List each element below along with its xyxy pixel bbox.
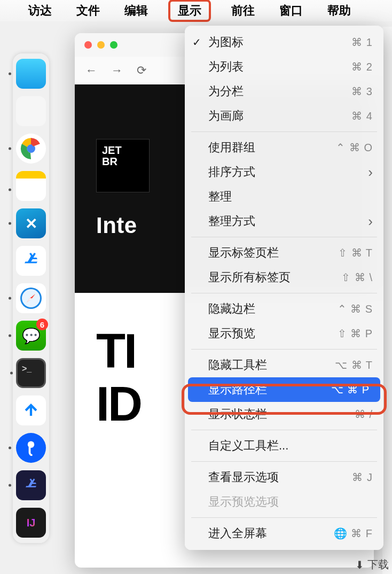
menu-item-label: 自定义工具栏...	[208, 438, 288, 454]
downloads-label[interactable]: ⬇ 下载	[355, 557, 389, 572]
menu-item[interactable]: 自定义工具栏...	[185, 433, 383, 458]
menu-item-label: 显示路径栏	[208, 382, 267, 398]
menu-item-label: 为分栏	[208, 83, 244, 99]
menu-separator	[191, 349, 377, 350]
close-icon[interactable]	[84, 41, 92, 49]
menu-item-label: 查看显示选项	[208, 469, 279, 485]
menu-item[interactable]: 显示所有标签页⇧ ⌘ \	[185, 265, 383, 290]
menu-item-label: 进入全屏幕	[208, 525, 267, 541]
menu-item-label: 为画廊	[208, 108, 244, 124]
menu-item[interactable]: 显示路径栏⌥ ⌘ P	[188, 377, 380, 402]
dock-xcode-icon[interactable]: ✕	[16, 208, 46, 238]
menu-item-label: 显示标签页栏	[208, 245, 279, 261]
menu-view[interactable]: 显示	[168, 0, 211, 22]
menu-shortcut: ⌘ 2	[351, 60, 373, 73]
dock-notes-icon[interactable]	[16, 171, 46, 201]
menu-item-label: 整理	[208, 189, 232, 205]
menu-item-label: 隐藏边栏	[208, 301, 255, 317]
menu-go[interactable]: 前往	[227, 1, 259, 21]
view-menu-dropdown: ✓为图标⌘ 1为列表⌘ 2为分栏⌘ 3为画廊⌘ 4使用群组⌃ ⌘ O排序方式整理…	[185, 26, 383, 550]
wechat-badge: 6	[36, 319, 48, 330]
menu-separator	[191, 517, 377, 518]
menu-shortcut: ⌥ ⌘ T	[335, 359, 373, 371]
dock-upload-icon[interactable]	[16, 395, 46, 425]
menu-item[interactable]: 为分栏⌘ 3	[185, 79, 383, 104]
jetbrains-logo: JET BR	[96, 139, 150, 192]
menu-shortcut: ⌘ /	[355, 408, 373, 421]
menu-separator	[191, 237, 377, 237]
menu-item[interactable]: 为列表⌘ 2	[185, 55, 383, 79]
dock-devapp-icon[interactable]	[16, 470, 46, 500]
minimize-icon[interactable]	[97, 41, 105, 49]
menu-shortcut: ⇧ ⌘ T	[338, 246, 373, 259]
menu-item[interactable]: 使用群组⌃ ⌘ O	[185, 135, 383, 160]
intellij-label: IJ	[27, 517, 36, 529]
download-icon: ⬇	[355, 559, 364, 571]
dock-terminal-icon[interactable]: >_	[16, 358, 46, 388]
menu-item[interactable]: ✓为图标⌘ 1	[185, 30, 383, 55]
menu-item-label: 隐藏工具栏	[208, 357, 267, 373]
menu-item-label: 显示状态栏	[208, 406, 267, 422]
menu-finder[interactable]: 访达	[24, 1, 56, 21]
menu-separator	[191, 461, 377, 462]
menu-shortcut: ⌘ 4	[351, 110, 373, 122]
menu-item: 显示预览选项	[185, 490, 383, 514]
back-icon[interactable]: ←	[85, 64, 97, 77]
menu-item-label: 为图标	[208, 34, 244, 50]
menu-item[interactable]: 排序方式	[185, 160, 383, 184]
menu-item[interactable]: 整理方式	[185, 209, 383, 234]
menu-item-label: 整理方式	[208, 213, 255, 229]
menu-item-label: 排序方式	[208, 164, 255, 180]
menu-item[interactable]: 整理	[185, 184, 383, 209]
dock: ✕ 💬6 >_ IJ	[13, 53, 49, 543]
menu-shortcut: ⌥ ⌘ P	[331, 383, 370, 396]
dock-finder-icon[interactable]	[16, 59, 46, 89]
menu-file[interactable]: 文件	[72, 1, 104, 21]
menu-separator	[191, 430, 377, 430]
menu-shortcut: ⌃ ⌘ O	[336, 141, 373, 154]
menu-item-label: 使用群组	[208, 139, 255, 156]
menu-separator	[191, 293, 377, 293]
menu-shortcut: ⌘ 3	[351, 85, 373, 98]
menu-shortcut: ⌘ J	[352, 471, 373, 484]
menu-item-label: 显示所有标签页	[208, 269, 291, 285]
menu-item[interactable]: 显示标签页栏⇧ ⌘ T	[185, 241, 383, 265]
svg-point-6	[28, 441, 35, 448]
menu-item[interactable]: 隐藏工具栏⌥ ⌘ T	[185, 353, 383, 377]
menu-item-label: 显示预览选项	[208, 494, 279, 510]
dock-appstore-icon[interactable]	[16, 246, 46, 276]
menu-shortcut: ⇧ ⌘ \	[341, 271, 373, 284]
dock-launchpad-icon[interactable]	[16, 96, 46, 126]
menu-edit[interactable]: 编辑	[120, 1, 152, 21]
menu-window[interactable]: 窗口	[275, 1, 307, 21]
menu-shortcut: ⌃ ⌘ S	[338, 302, 373, 315]
menu-item[interactable]: 查看显示选项⌘ J	[185, 465, 383, 490]
forward-icon[interactable]: →	[111, 64, 123, 77]
menu-item-label: 为列表	[208, 59, 244, 75]
checkmark-icon: ✓	[192, 36, 201, 49]
dock-sourcetree-icon[interactable]	[16, 433, 46, 463]
reload-icon[interactable]: ⟳	[137, 64, 146, 77]
menu-item[interactable]: 为画廊⌘ 4	[185, 104, 383, 128]
menu-help[interactable]: 帮助	[323, 1, 355, 21]
dock-chrome-icon[interactable]	[16, 134, 46, 164]
menu-item[interactable]: 进入全屏幕🌐 ⌘ F	[185, 521, 383, 546]
menu-item-label: 显示预览	[208, 325, 255, 342]
menu-item[interactable]: 隐藏边栏⌃ ⌘ S	[185, 297, 383, 321]
dock-wechat-icon[interactable]: 💬6	[16, 321, 46, 351]
right-edge-strip	[382, 27, 392, 574]
menu-item[interactable]: 显示预览⇧ ⌘ P	[185, 321, 383, 346]
menu-separator	[191, 131, 377, 132]
dock-safari-icon[interactable]	[16, 283, 46, 313]
menu-shortcut: ⇧ ⌘ P	[338, 327, 373, 340]
menu-item[interactable]: 显示状态栏⌘ /	[185, 402, 383, 426]
zoom-icon[interactable]	[110, 41, 117, 49]
menu-shortcut: ⌘ 1	[351, 36, 373, 49]
dock-intellij-icon[interactable]: IJ	[16, 508, 46, 538]
menubar: 访达 文件 编辑 显示 前往 窗口 帮助	[0, 0, 392, 21]
menu-shortcut: 🌐 ⌘ F	[334, 527, 373, 540]
